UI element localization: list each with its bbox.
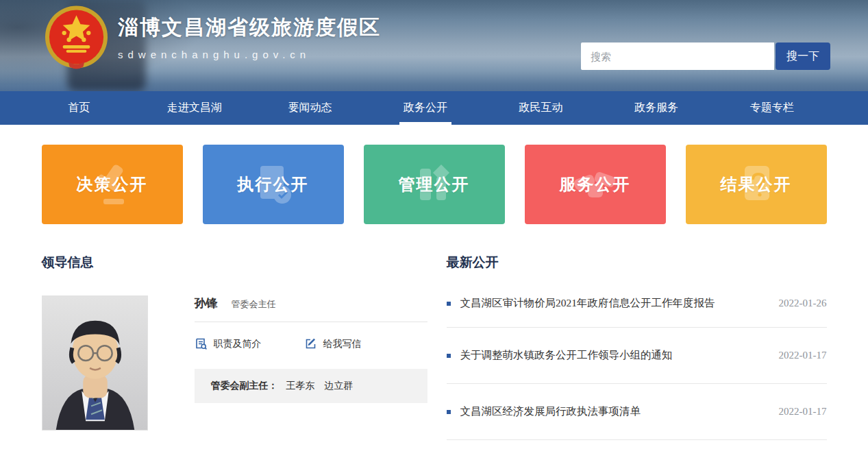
news-item[interactable]: 文昌湖区审计物价局2021年政府信息公开工作年度报告 2022-01-26 — [447, 280, 827, 328]
news-list: 文昌湖区审计物价局2021年政府信息公开工作年度报告 2022-01-26 关于… — [447, 280, 827, 440]
nav-item-home[interactable]: 首页 — [21, 91, 137, 125]
card-service-disclosure[interactable]: 服务公开 — [525, 145, 666, 224]
nav-item-news[interactable]: 要闻动态 — [252, 91, 368, 125]
leader-photo — [42, 295, 148, 431]
deputy-names: 王孝东 边立群 — [286, 380, 353, 391]
news-title: 关于调整萌水镇政务公开工作领导小组的通知 — [460, 348, 765, 363]
news-date: 2022-01-26 — [779, 298, 827, 309]
card-label: 执行公开 — [238, 173, 309, 195]
square-bullet-icon — [447, 302, 451, 306]
latest-disclosure-section: 最新公开 文昌湖区审计物价局2021年政府信息公开工作年度报告 2022-01-… — [447, 254, 827, 440]
card-label: 结果公开 — [721, 173, 792, 195]
leader-details: 孙锋 管委会主任 职责及简介 — [195, 295, 427, 431]
deputy-label: 管委会副主任： — [211, 380, 278, 391]
nav-item-topics[interactable]: 专题专栏 — [714, 91, 830, 125]
leader-card: 孙锋 管委会主任 职责及简介 — [42, 295, 427, 431]
card-decision-disclosure[interactable]: 决策公开 — [42, 145, 183, 224]
leader-info-section: 领导信息 — [42, 254, 427, 440]
write-letter-link[interactable]: 给我写信 — [304, 337, 362, 350]
news-date: 2022-01-17 — [779, 406, 827, 417]
card-result-disclosure[interactable]: 结果公开 — [686, 145, 827, 224]
write-letter-label: 给我写信 — [323, 338, 362, 350]
card-label: 决策公开 — [77, 173, 148, 195]
card-label: 服务公开 — [560, 173, 631, 195]
square-bullet-icon — [447, 410, 451, 414]
news-date: 2022-01-17 — [779, 350, 827, 361]
leader-position: 管委会主任 — [232, 298, 276, 311]
news-title: 文昌湖区审计物价局2021年政府信息公开工作年度报告 — [460, 296, 765, 311]
disclosure-quick-links: 决策公开 执行公开 管理公开 服务公开 结果公开 — [42, 145, 827, 224]
main-content: 领导信息 — [42, 254, 827, 440]
duty-profile-link[interactable]: 职责及简介 — [195, 337, 262, 350]
square-bullet-icon — [447, 354, 451, 358]
search-button[interactable]: 搜一下 — [776, 43, 830, 70]
card-label: 管理公开 — [399, 173, 470, 195]
site-title: 淄博文昌湖省级旅游度假区 — [118, 14, 381, 42]
write-letter-icon — [304, 337, 317, 350]
deputy-directors-box: 管委会副主任： 王孝东 边立群 — [195, 369, 427, 403]
site-brand: 淄博文昌湖省级旅游度假区 sdwenchanghu.gov.cn — [118, 14, 381, 60]
leader-name: 孙锋 — [195, 295, 218, 311]
national-emblem-logo — [44, 3, 109, 71]
search-input[interactable] — [581, 43, 774, 70]
duty-profile-icon — [195, 337, 208, 350]
news-section-title: 最新公开 — [447, 254, 827, 271]
leader-section-title: 领导信息 — [42, 254, 427, 271]
site-header: 淄博文昌湖省级旅游度假区 sdwenchanghu.gov.cn 搜一下 — [0, 0, 868, 91]
news-title: 文昌湖区经济发展局行政执法事项清单 — [460, 404, 765, 419]
nav-item-about[interactable]: 走进文昌湖 — [137, 91, 253, 125]
site-domain: sdwenchanghu.gov.cn — [118, 49, 381, 60]
search-bar: 搜一下 — [581, 43, 830, 70]
nav-item-services[interactable]: 政务服务 — [599, 91, 715, 125]
duty-profile-label: 职责及简介 — [214, 338, 262, 350]
news-item[interactable]: 关于调整萌水镇政务公开工作领导小组的通知 2022-01-17 — [447, 328, 827, 384]
main-nav: 首页 走进文昌湖 要闻动态 政务公开 政民互动 政务服务 专题专栏 — [0, 91, 868, 125]
nav-item-interaction[interactable]: 政民互动 — [483, 91, 599, 125]
card-execution-disclosure[interactable]: 执行公开 — [203, 145, 344, 224]
nav-item-gov-disclosure[interactable]: 政务公开 — [368, 91, 484, 125]
news-item[interactable]: 文昌湖区经济发展局行政执法事项清单 2022-01-17 — [447, 384, 827, 440]
card-management-disclosure[interactable]: 管理公开 — [364, 145, 505, 224]
